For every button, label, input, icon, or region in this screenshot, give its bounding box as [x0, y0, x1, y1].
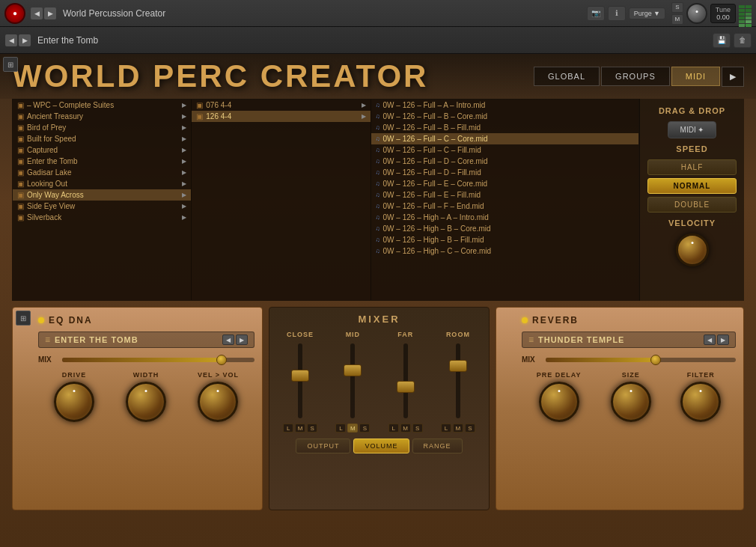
delete-preset-btn[interactable]: 🗑 [734, 33, 752, 48]
list-item[interactable]: ♫0W – 126 – High – B – Fill.mid [371, 234, 638, 245]
save-preset-btn[interactable]: 💾 [713, 33, 731, 48]
speed-buttons: HALF NORMAL DOUBLE [647, 159, 737, 213]
close-s-btn[interactable]: S [307, 424, 317, 433]
s-btn[interactable]: S [671, 2, 683, 13]
tab-groups[interactable]: GROUPS [601, 67, 670, 86]
arrow-icon: ▶ [182, 147, 186, 153]
list-item-selected[interactable]: ▣ Only Way Across ▶ [13, 189, 191, 201]
list-item[interactable]: ♫0W – 126 – High – A – Intro.mid [371, 212, 638, 223]
eq-next-btn[interactable]: ▶ [236, 334, 248, 345]
midi-file-icon: ♫ [376, 248, 380, 254]
list-item[interactable]: ▣ Silverback ▶ [13, 212, 191, 223]
list-item[interactable]: ▣ Enter the Tomb ▶ [13, 156, 191, 167]
tab-arrow-btn[interactable]: ▶ [722, 67, 744, 87]
reverb-mix-row: MIX [522, 355, 736, 364]
tab-midi[interactable]: MIDI [671, 67, 720, 86]
list-item[interactable]: ▣ Looking Out ▶ [13, 178, 191, 189]
prev-preset-btn[interactable]: ◀ [5, 34, 17, 46]
speed-label: SPEED [676, 144, 707, 153]
mixer-mode-buttons: OUTPUT VOLUME RANGE [275, 438, 483, 453]
list-item[interactable]: ▣ Captured ▶ [13, 144, 191, 156]
tune-knob[interactable] [686, 3, 707, 24]
size-knob-container: SIZE [611, 371, 651, 422]
list-item-selected[interactable]: ▣ 126 4-4 ▶ [192, 111, 370, 122]
room-fader[interactable] [456, 343, 460, 418]
next-instrument-btn[interactable]: ▶ [44, 7, 56, 19]
drive-knob[interactable] [54, 382, 94, 422]
list-item[interactable]: ▣ Bird of Prey ▶ [13, 122, 191, 133]
instrument-name: World Percussion Creator [63, 8, 581, 19]
list-item-selected[interactable]: ♫0W – 126 – Full – C – Core.mid [371, 133, 638, 144]
reverb-next-btn[interactable]: ▶ [717, 334, 729, 345]
tab-global[interactable]: GLOBAL [534, 67, 600, 86]
room-m-btn[interactable]: M [453, 424, 463, 433]
purge-btn[interactable]: Purge ▼ [629, 7, 665, 19]
corner-icon[interactable]: ⊞ [16, 311, 31, 326]
info-btn[interactable]: ℹ [608, 6, 626, 21]
list-item[interactable]: ▣ Side Eye View ▶ [13, 201, 191, 212]
far-fader-thumb[interactable] [397, 381, 415, 393]
pre-delay-knob[interactable] [539, 382, 579, 422]
far-m-btn[interactable]: M [400, 424, 411, 433]
room-l-btn[interactable]: L [441, 424, 451, 433]
close-fader[interactable] [298, 343, 302, 418]
list-item[interactable]: ▣ – WPC – Complete Suites ▶ [13, 100, 191, 111]
mid-m-btn[interactable]: M [347, 424, 358, 433]
list-item[interactable]: ♫0W – 126 – Full – D – Fill.mid [371, 167, 638, 178]
speed-normal-btn[interactable]: NORMAL [647, 178, 737, 194]
reverb-menu-icon[interactable]: ≡ [528, 334, 534, 345]
close-fader-thumb[interactable] [291, 370, 309, 382]
level-meters [739, 0, 752, 27]
m-btn[interactable]: M [671, 14, 683, 25]
reverb-title: REVERB [532, 315, 579, 326]
speed-half-btn[interactable]: HALF [647, 159, 737, 175]
list-item[interactable]: ♫0W – 126 – Full – E – Fill.mid [371, 189, 638, 201]
camera-btn[interactable]: 📷 [587, 6, 605, 21]
mid-fader[interactable] [350, 343, 355, 418]
list-item[interactable]: ♫0W – 126 – Full – B – Fill.mid [371, 122, 638, 133]
volume-mode-btn[interactable]: VOLUME [353, 438, 409, 453]
close-m-btn[interactable]: M [295, 424, 305, 433]
midi-drop-btn[interactable]: MIDI ✦ [668, 121, 717, 138]
next-preset-btn[interactable]: ▶ [19, 34, 31, 46]
list-item[interactable]: ▣ Ancient Treasury ▶ [13, 111, 191, 122]
list-item[interactable]: ♫0W – 126 – Full – E – Core.mid [371, 178, 638, 189]
list-item[interactable]: ▣ 076 4-4 ▶ [192, 100, 370, 111]
output-mode-btn[interactable]: OUTPUT [296, 438, 350, 453]
list-item[interactable]: ♫0W – 126 – High – C – Core.mid [371, 245, 638, 257]
prev-instrument-btn[interactable]: ◀ [31, 7, 43, 19]
velocity-knob[interactable] [676, 233, 709, 266]
pre-delay-label: PRE DELAY [537, 371, 582, 379]
room-s-btn[interactable]: S [465, 424, 475, 433]
mid-s-btn[interactable]: S [359, 424, 370, 433]
preset-menu-icon[interactable]: ≡ [45, 334, 50, 345]
far-s-btn[interactable]: S [412, 424, 423, 433]
list-item[interactable]: ▣ Built for Speed ▶ [13, 133, 191, 144]
far-l-btn[interactable]: L [388, 424, 399, 433]
width-knob[interactable] [126, 382, 166, 422]
list-item[interactable]: ♫0W – 126 – High – B – Core.mid [371, 223, 638, 234]
range-mode-btn[interactable]: RANGE [412, 438, 463, 453]
speed-double-btn[interactable]: DOUBLE [647, 197, 737, 213]
eq-status-dot [38, 317, 44, 323]
reverb-mix-slider[interactable] [546, 358, 736, 362]
room-fader-thumb[interactable] [449, 360, 467, 372]
reverb-prev-btn[interactable]: ◀ [704, 334, 716, 345]
list-item[interactable]: ♫0W – 126 – Full – F – End.mid [371, 201, 638, 212]
close-l-btn[interactable]: L [283, 424, 293, 433]
list-item[interactable]: ♫0W – 126 – Full – A – Intro.mid [371, 100, 638, 111]
eq-mix-slider[interactable] [62, 358, 254, 362]
size-knob[interactable] [611, 382, 651, 422]
mid-l-btn[interactable]: L [335, 424, 346, 433]
filter-knob[interactable] [680, 382, 721, 422]
list-item[interactable]: ▣ Gadisar Lake ▶ [13, 167, 191, 178]
mid-fader-thumb[interactable] [344, 364, 362, 376]
tab-buttons: GLOBAL GROUPS MIDI ▶ [534, 67, 744, 87]
far-fader[interactable] [403, 343, 408, 418]
eq-prev-btn[interactable]: ◀ [222, 334, 234, 345]
list-item[interactable]: ♫0W – 126 – Full – D – Core.mid [371, 156, 638, 167]
list-item[interactable]: ♫0W – 126 – Full – B – Core.mid [371, 111, 638, 122]
vel-vol-knob[interactable] [198, 382, 238, 422]
list-item[interactable]: ♫0W – 126 – Full – C – Fill.mid [371, 144, 638, 156]
reverb-corner-icon[interactable]: ⊞ [3, 57, 18, 72]
